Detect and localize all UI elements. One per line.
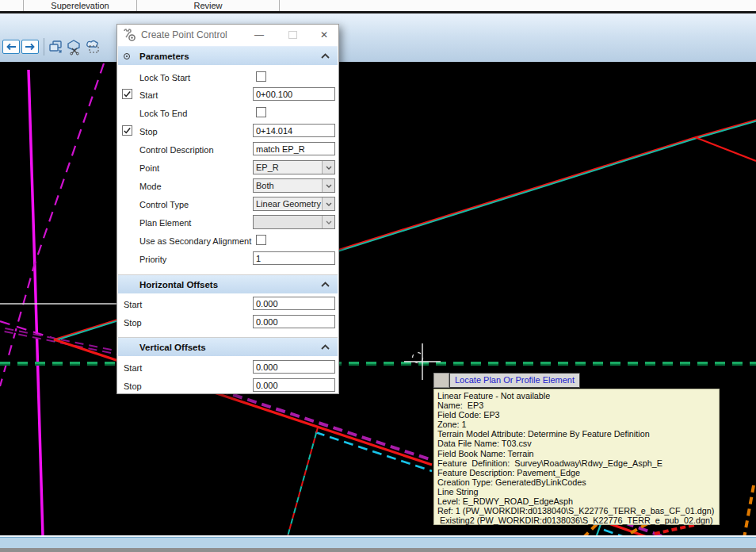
- popup-line: Line String: [437, 487, 719, 496]
- plan-element-dropdown[interactable]: [253, 215, 335, 229]
- vertical-offsets-header-label: Vertical Offsets: [139, 343, 206, 352]
- lock-to-end-checkbox[interactable]: [256, 107, 266, 117]
- tooltip-label: Locate Plan Or Profile Element: [449, 373, 580, 388]
- control-type-dropdown-value: Linear Geometry: [254, 197, 322, 210]
- chevron-up-icon[interactable]: [321, 282, 330, 287]
- popup-line: Name: EP3: [437, 401, 719, 410]
- start-label: Start: [139, 90, 158, 100]
- create-point-control-dialog: Create Point Control — ✕ Parameters Lock…: [116, 24, 339, 394]
- tab-superelevation[interactable]: Superelevation: [24, 0, 137, 11]
- mode-label: Mode: [139, 182, 162, 191]
- use-secondary-alignment-label: Use as Secondary Alignment: [139, 236, 251, 246]
- chevron-up-icon[interactable]: [321, 344, 330, 350]
- lock-to-start-checkbox[interactable]: [256, 71, 266, 82]
- chevron-down-icon[interactable]: [322, 216, 334, 228]
- toolbar-separator: [44, 38, 44, 56]
- lock-to-end-label: Lock To End: [139, 109, 187, 118]
- mode-dropdown-value: Both: [254, 179, 322, 192]
- popup-line: Linear Feature - Not available: [437, 391, 719, 401]
- plan-element-label: Plan Element: [139, 218, 191, 228]
- parameters-header-label: Parameters: [139, 52, 189, 61]
- stop-input[interactable]: [253, 124, 335, 137]
- application-window: Superelevation Review: [0, 0, 756, 552]
- dialog-title: Create Point Control: [141, 29, 227, 40]
- popup-line: Feature Description: Pavement_Edge: [437, 468, 719, 477]
- cascade-views-icon: [48, 39, 63, 55]
- popup-line: Feature Definition: Survey\Roadway\Rdwy_…: [437, 458, 719, 468]
- forward-arrow-button[interactable]: [21, 40, 39, 54]
- h-offset-stop-input[interactable]: [253, 315, 335, 328]
- stop-label: Stop: [139, 127, 158, 136]
- tabbar-rest: [280, 0, 756, 11]
- popup-line: Level: E_RDWY_ROAD_EdgeAsph: [437, 496, 719, 506]
- stop-enabled-checkbox[interactable]: [122, 125, 132, 136]
- popup-line: Zone: 1: [437, 420, 719, 429]
- point-dropdown-value: EP_R: [254, 161, 322, 174]
- horizontal-offsets-header-label: Horizontal Offsets: [139, 280, 218, 289]
- popup-line: Field Code: EP3: [437, 410, 719, 420]
- minimize-button[interactable]: —: [251, 28, 267, 42]
- parameters-section-header[interactable]: Parameters: [118, 46, 338, 65]
- point-dropdown[interactable]: EP_R: [253, 160, 335, 174]
- chevron-down-icon[interactable]: [322, 161, 334, 174]
- close-button[interactable]: ✕: [316, 28, 332, 42]
- ribbon-tab-bar: Superelevation Review: [0, 0, 756, 11]
- v-offset-start-input[interactable]: [253, 360, 335, 374]
- h-offset-start-input[interactable]: [253, 297, 335, 310]
- tooltip-icon-box: [433, 373, 449, 388]
- tabbar-divider: [0, 11, 756, 13]
- tab-review[interactable]: Review: [137, 0, 280, 11]
- control-description-label: Control Description: [139, 145, 214, 155]
- popup-line: Existing2 (PW_WORKDIR:d0138036\S_K22776_…: [437, 516, 719, 525]
- start-enabled-checkbox[interactable]: [122, 89, 132, 99]
- point-label: Point: [139, 163, 159, 173]
- fence-select-icon: [84, 38, 101, 56]
- clip-volume-button[interactable]: [65, 38, 82, 56]
- popup-line: Data File Name: T03.csv: [437, 439, 719, 448]
- popup-line: Terrain Model Attribute: Determine By Fe…: [437, 429, 719, 439]
- control-type-label: Control Type: [139, 200, 189, 209]
- maximize-button[interactable]: [288, 31, 297, 39]
- fence-select-button[interactable]: [84, 38, 101, 56]
- check-icon: [123, 126, 132, 135]
- ribbon-strip: [0, 13, 756, 62]
- control-type-dropdown[interactable]: Linear Geometry: [253, 197, 335, 211]
- h-offset-stop-label: Stop: [124, 318, 142, 328]
- tabbar-spacer: [0, 0, 24, 11]
- v-offset-stop-input[interactable]: [253, 378, 335, 392]
- check-icon: [123, 90, 132, 98]
- clip-volume-icon: [65, 38, 82, 56]
- v-offset-start-label: Start: [124, 363, 142, 373]
- mode-dropdown[interactable]: Both: [253, 178, 335, 193]
- chevron-down-icon[interactable]: [322, 179, 334, 192]
- status-bar: [0, 537, 756, 548]
- forward-arrow-icon: [25, 43, 36, 51]
- popup-line: Creation Type: GeneratedByLinkCodes: [437, 477, 719, 487]
- priority-label: Priority: [139, 255, 166, 264]
- chevron-up-icon[interactable]: [321, 53, 330, 59]
- back-arrow-button[interactable]: [2, 40, 20, 54]
- pin-icon[interactable]: [124, 53, 130, 59]
- back-arrow-icon: [6, 43, 17, 51]
- popup-line: Ref: 1 (PW_WORKDIR:d0138040\S_K22776_TER…: [437, 506, 719, 516]
- plan-element-dropdown-value: [254, 216, 322, 228]
- lock-to-start-label: Lock To Start: [139, 73, 190, 82]
- priority-input[interactable]: [253, 251, 335, 265]
- h-offset-start-label: Start: [124, 300, 142, 309]
- element-info-popup: Linear Feature - Not available Name: EP3…: [433, 389, 720, 525]
- cursor-prompt-tooltip: Locate Plan Or Profile Element: [433, 373, 580, 388]
- vertical-offsets-section-header[interactable]: Vertical Offsets: [118, 337, 338, 356]
- horizontal-offsets-section-header[interactable]: Horizontal Offsets: [118, 274, 338, 293]
- window-bottom-edge: [0, 548, 756, 552]
- control-description-input[interactable]: [253, 142, 335, 155]
- dialog-title-bar[interactable]: Create Point Control — ✕: [117, 25, 338, 45]
- use-secondary-alignment-checkbox[interactable]: [256, 235, 266, 245]
- v-offset-stop-label: Stop: [124, 381, 142, 391]
- cascade-views-button[interactable]: [47, 38, 64, 56]
- chevron-down-icon[interactable]: [322, 197, 334, 210]
- popup-line: Field Book Name: Terrain: [437, 449, 719, 458]
- start-input[interactable]: [253, 87, 335, 101]
- point-control-tool-icon: [123, 29, 136, 41]
